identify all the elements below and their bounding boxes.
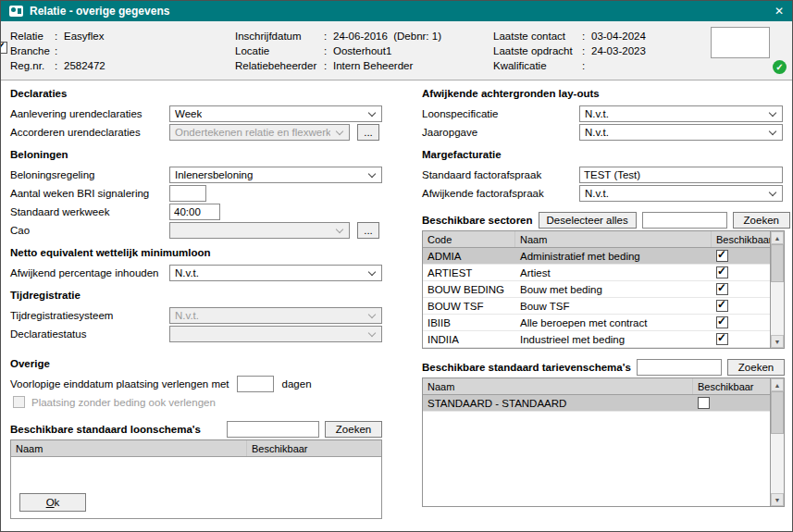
scrollbar-track[interactable] xyxy=(771,391,784,493)
header-column-3: Laatste contact:03-04-2024 Laatste opdra… xyxy=(493,29,646,73)
field-value: 03-04-2024 xyxy=(591,31,646,42)
colon: : xyxy=(55,45,64,56)
tarieven-search-input[interactable] xyxy=(637,359,722,376)
standaard-werkweek-input[interactable] xyxy=(169,204,220,220)
column-header-naam[interactable]: Naam xyxy=(11,440,247,456)
cell-naam: Alle beroepen met contract xyxy=(515,315,712,330)
chevron-down-icon xyxy=(368,108,376,116)
photo-placeholder xyxy=(711,27,770,58)
selected-value: N.v.t. xyxy=(175,267,199,278)
bri-signalering-label: Aantal weken BRI signalering xyxy=(10,188,169,199)
column-header-naam[interactable]: Naam xyxy=(515,231,712,247)
table-row[interactable]: STANDAARD - STANDAARD xyxy=(423,395,770,412)
sectoren-zoeken-button[interactable]: Zoeken xyxy=(733,212,790,229)
column-header-code[interactable]: Code xyxy=(423,231,515,247)
scroll-down-icon[interactable]: ▼ xyxy=(771,335,784,348)
right-column: Afwijkende achtergronden lay-outs Loonsp… xyxy=(422,84,785,507)
selected-value: N.v.t. xyxy=(585,127,609,138)
beschikbaar-checkbox[interactable] xyxy=(716,250,728,262)
chevron-down-icon xyxy=(769,188,776,195)
afwijkende-factorafspraak-select[interactable]: N.v.t. xyxy=(579,185,783,202)
section-overige: Overige xyxy=(10,358,382,371)
close-icon[interactable]: ✕ xyxy=(774,6,784,17)
plaatsing-zonder-beding-checkbox xyxy=(13,396,25,408)
field-label: Inschrijfdatum xyxy=(235,31,324,42)
chevron-down-icon xyxy=(368,169,376,177)
field-value: 24-03-2023 xyxy=(591,45,646,56)
table-header-row: Code Naam Beschikbaar xyxy=(423,231,770,248)
declaratiestatus-select xyxy=(169,326,382,342)
header-column-1: Relatie:Easyflex Branche: Reg.nr.:258247… xyxy=(10,29,105,73)
table-row[interactable]: INDIIA Industrieel met beding xyxy=(423,331,770,348)
header-flag-checkbox[interactable] xyxy=(0,42,7,54)
tarieven-title: Beschikbare standaard tarievenschema's xyxy=(422,362,631,373)
beloningsregeling-label: Beloningsregeling xyxy=(10,169,169,180)
cell-code: IBIIB xyxy=(423,315,515,330)
cao-more-button[interactable]: ... xyxy=(357,222,379,239)
beschikbaar-checkbox[interactable] xyxy=(698,397,710,409)
field-label: Branche xyxy=(10,45,55,56)
loonschemas-zoeken-button[interactable]: Zoeken xyxy=(325,421,382,438)
ok-button[interactable]: Ok xyxy=(19,493,86,512)
column-header-naam[interactable]: Naam xyxy=(423,378,693,394)
sectoren-title: Beschikbare sectoren xyxy=(422,215,533,226)
beschikbaar-checkbox[interactable] xyxy=(716,316,728,328)
declaratiestatus-label: Declaratiestatus xyxy=(10,328,169,340)
field-label: Relatiebeheerder xyxy=(235,60,324,71)
loonspecificatie-select[interactable]: N.v.t. xyxy=(579,105,783,122)
scrollbar-thumb[interactable] xyxy=(771,244,784,282)
scrollbar[interactable]: ▲ ▼ xyxy=(770,231,784,348)
table-row[interactable]: ARTIEST Artiest xyxy=(423,265,770,281)
cell-naam: STANDAARD - STANDAARD xyxy=(423,395,693,411)
table-header-row: Naam Beschikbaar xyxy=(11,440,381,457)
accorderen-more-button[interactable]: ... xyxy=(357,124,379,141)
loonspecificatie-label: Loonspecificatie xyxy=(422,108,579,119)
beschikbaar-checkbox[interactable] xyxy=(716,300,728,312)
field-value: Intern Beheerder xyxy=(333,60,413,71)
beschikbaar-checkbox[interactable] xyxy=(716,333,728,345)
column-header-beschikbaar[interactable]: Beschikbaar xyxy=(693,378,770,394)
accorderen-select: Ondertekenen relatie en flexwerker xyxy=(169,124,350,141)
table-row[interactable]: ADMIA Administratief met beding xyxy=(423,248,770,265)
afwijkend-percentage-select[interactable]: N.v.t. xyxy=(169,265,382,281)
chevron-down-icon xyxy=(769,108,776,116)
jaaropgave-label: Jaaropgave xyxy=(422,127,579,138)
dagen-suffix-label: dagen xyxy=(282,378,312,390)
verlengen-dagen-input[interactable] xyxy=(237,376,274,392)
tarieven-zoeken-button[interactable]: Zoeken xyxy=(727,359,785,376)
table-row[interactable]: BOUW TSF Bouw TSF xyxy=(423,298,770,315)
column-header-beschikbaar[interactable]: Beschikbaar xyxy=(247,440,381,456)
column-header-beschikbaar[interactable]: Beschikbaar xyxy=(712,231,770,247)
ok-button-rest: k xyxy=(55,497,60,508)
cell-naam: Industrieel met beding xyxy=(515,331,712,347)
cell-code: ADMIA xyxy=(423,248,515,264)
selected-value: Week xyxy=(175,108,202,119)
field-label: Locatie xyxy=(235,45,324,56)
beloningsregeling-select[interactable]: Inlenersbeloning xyxy=(169,167,382,183)
scroll-up-icon[interactable]: ▲ xyxy=(771,231,784,244)
bri-signalering-input[interactable] xyxy=(169,185,206,202)
loonschemas-search-input[interactable] xyxy=(227,421,319,438)
sectoren-search-input[interactable] xyxy=(642,212,727,229)
jaaropgave-select[interactable]: N.v.t. xyxy=(579,124,783,141)
deselecteer-alles-button[interactable]: Deselecteer alles xyxy=(539,212,637,229)
field-value: 24-06-2016 (Debnr: 1) xyxy=(333,31,441,42)
scroll-down-icon[interactable]: ▼ xyxy=(771,493,784,506)
scrollbar[interactable]: ▲ ▼ xyxy=(770,378,784,506)
scrollbar-track[interactable] xyxy=(771,244,784,335)
beschikbaar-checkbox[interactable] xyxy=(716,266,728,278)
section-margefacturatie: Margefacturatie xyxy=(422,149,785,162)
scrollbar-thumb[interactable] xyxy=(771,391,784,434)
field-label: Laatste opdracht xyxy=(493,45,582,56)
chevron-down-icon xyxy=(769,127,776,134)
beschikbaar-checkbox[interactable] xyxy=(716,283,728,295)
section-declaraties: Declaraties xyxy=(10,88,382,101)
tarieven-table: Naam Beschikbaar STANDAARD - STANDAARD ▲… xyxy=(422,377,785,507)
aanlevering-select[interactable]: Week xyxy=(169,105,382,122)
scroll-up-icon[interactable]: ▲ xyxy=(771,378,784,391)
table-row[interactable]: IBIIB Alle beroepen met contract xyxy=(423,315,770,331)
cell-naam: Artiest xyxy=(515,265,712,280)
standaard-factorafspraak-input[interactable] xyxy=(579,167,783,183)
table-row[interactable]: BOUW BEDING Bouw met beding xyxy=(423,281,770,298)
colon: : xyxy=(582,31,591,42)
